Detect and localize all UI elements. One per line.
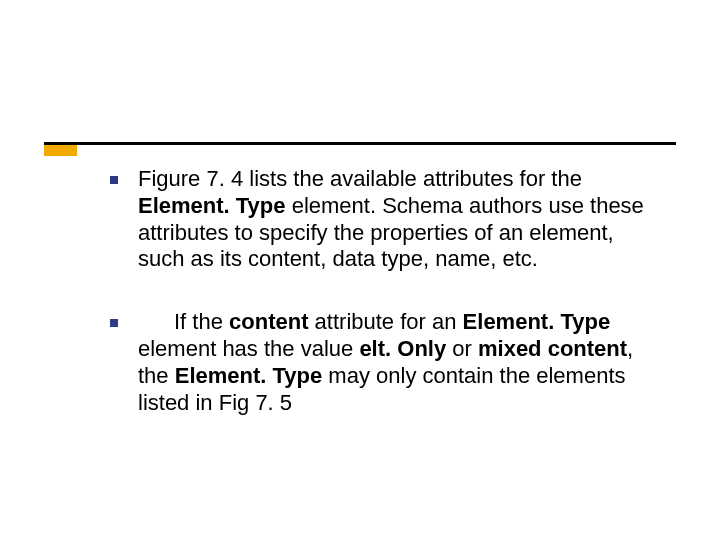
square-bullet-icon [110,319,118,327]
bold-text: Element. Type [175,363,323,388]
body-text: If the [174,309,229,334]
title-underline [44,142,676,145]
body-text: Figure 7. 4 lists the available attribut… [138,166,582,191]
bold-text: Element. Type [463,309,611,334]
square-bullet-icon [110,176,118,184]
bold-text: content [229,309,308,334]
bullet-paragraph: Figure 7. 4 lists the available attribut… [110,166,662,273]
body-text: or [446,336,478,361]
body-text: element has the value [138,336,359,361]
accent-box [44,145,77,156]
bold-text: mixed content [478,336,627,361]
slide: Figure 7. 4 lists the available attribut… [0,0,720,540]
bold-text: Element. Type [138,193,286,218]
bold-text: elt. Only [359,336,446,361]
body-text: attribute for an [309,309,463,334]
bullet-paragraph: If the content attribute for an Element.… [110,309,662,416]
content-area: Figure 7. 4 lists the available attribut… [110,166,662,417]
